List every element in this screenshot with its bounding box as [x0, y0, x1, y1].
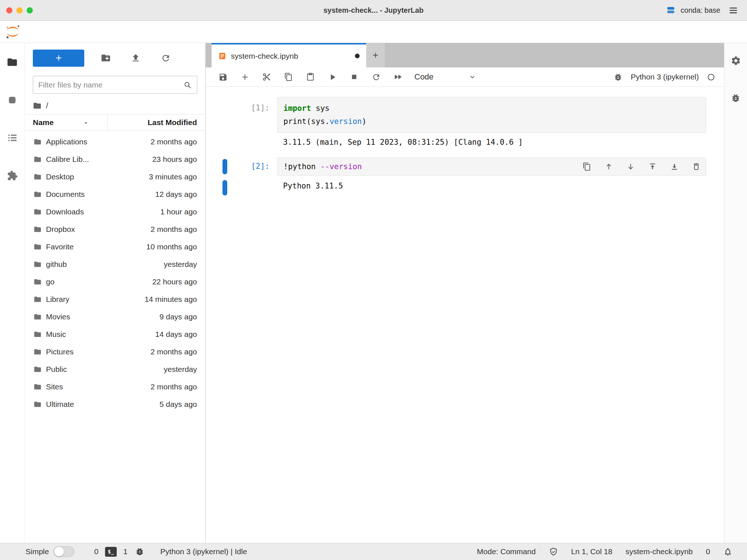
file-name: Music	[46, 330, 66, 339]
folder-icon	[34, 155, 42, 163]
file-row[interactable]: Sites 2 months ago	[25, 378, 205, 396]
restart-kernel-button[interactable]	[368, 69, 384, 85]
terminal-icon[interactable]: $_	[105, 547, 117, 557]
kernel-name[interactable]: Python 3 (ipykernel)	[631, 73, 699, 81]
refresh-filebrowser-button[interactable]	[157, 50, 174, 66]
file-row[interactable]: Documents 12 days ago	[25, 186, 205, 203]
cell-output: Python 3.11.5	[277, 176, 706, 195]
file-row[interactable]: Favorite 10 months ago	[25, 238, 205, 256]
file-name: Applications	[46, 137, 87, 146]
sort-ascending-icon	[83, 120, 89, 125]
running-kernels-icon	[7, 95, 18, 105]
file-row[interactable]: Dropbox 2 months ago	[25, 221, 205, 238]
folder-icon	[34, 225, 42, 233]
main-dock-panel: system-check.ipynb Code Python 3 (ipyker…	[206, 43, 724, 543]
insert-cell-below-icon[interactable]	[670, 162, 679, 171]
file-name: Library	[46, 295, 69, 304]
file-row[interactable]: go 22 hours ago	[25, 273, 205, 291]
file-modified: yesterday	[164, 260, 205, 269]
move-cell-down-icon[interactable]	[626, 162, 635, 171]
simple-mode-label: Simple	[26, 547, 49, 556]
tab-system-check-ipynb[interactable]: system-check.ipynb	[212, 43, 366, 67]
jupyter-logo	[5, 24, 20, 39]
folder-icon	[34, 173, 42, 181]
file-row[interactable]: Music 14 days ago	[25, 326, 205, 343]
output-collapser[interactable]	[222, 180, 227, 195]
file-row[interactable]: Library 14 minutes ago	[25, 291, 205, 308]
close-window-button[interactable]	[6, 7, 12, 13]
file-browser-panel: / Name Last Modified Applications 2 mont…	[25, 43, 206, 543]
cell-editor[interactable]: import sys print(sys.version)	[277, 97, 706, 133]
filter-files-box	[33, 76, 197, 94]
property-inspector-gear-icon[interactable]	[731, 55, 741, 66]
menu-hamburger-icon[interactable]	[728, 5, 738, 15]
cell-type-dropdown[interactable]: Code	[414, 72, 476, 82]
statusbar-filename: system-check.ipynb	[626, 547, 693, 556]
upload-icon	[131, 53, 141, 63]
insert-cell-above-icon[interactable]	[648, 162, 657, 171]
home-folder-icon[interactable]	[33, 101, 42, 110]
sidebar-tab-filebrowser[interactable]	[0, 43, 25, 81]
file-row[interactable]: Calibre Lib... 23 hours ago	[25, 151, 205, 168]
sidebar-tab-toc[interactable]	[0, 119, 25, 157]
file-row[interactable]: Pictures 2 months ago	[25, 343, 205, 361]
paste-cells-button[interactable]	[302, 69, 319, 85]
cursor-position[interactable]: Ln 1, Col 18	[571, 547, 612, 556]
bell-icon[interactable]	[723, 547, 732, 556]
debugger-icon[interactable]	[614, 73, 623, 82]
insert-cell-button[interactable]	[236, 69, 253, 85]
save-button[interactable]	[214, 69, 231, 85]
file-row[interactable]: github yesterday	[25, 256, 205, 273]
restart-run-all-button[interactable]	[390, 69, 406, 85]
file-row[interactable]: Applications 2 months ago	[25, 133, 205, 151]
breadcrumb-root[interactable]: /	[46, 101, 48, 110]
column-header-modified[interactable]: Last Modified	[108, 118, 205, 127]
sidebar-tab-running[interactable]	[0, 81, 25, 119]
new-tab-button[interactable]	[366, 43, 385, 67]
column-header-name[interactable]: Name	[25, 114, 108, 131]
file-name: Pictures	[46, 347, 74, 356]
simple-mode-toggle[interactable]	[53, 546, 74, 557]
new-launcher-button[interactable]	[33, 50, 84, 67]
cell-collapser[interactable]	[222, 98, 227, 114]
cell-editor[interactable]: !python --version	[277, 158, 706, 176]
minimize-window-button[interactable]	[16, 7, 23, 13]
tab-bar: system-check.ipynb	[206, 43, 724, 67]
file-row[interactable]: Desktop 3 minutes ago	[25, 168, 205, 186]
kernel-status-text[interactable]: Python 3 (ipykernel) | Idle	[160, 547, 247, 556]
breadcrumb: /	[25, 97, 205, 114]
unsaved-changes-dot[interactable]	[355, 54, 360, 58]
delete-cell-icon[interactable]	[692, 162, 701, 171]
notebook-file-icon	[218, 52, 227, 60]
filter-files-input[interactable]	[38, 81, 183, 89]
run-cell-button[interactable]	[324, 69, 341, 85]
kernel-status-icon[interactable]	[707, 73, 715, 81]
new-folder-button[interactable]	[97, 50, 114, 66]
debugger-bug-icon[interactable]	[731, 93, 741, 103]
search-icon	[183, 81, 192, 89]
file-modified: 22 hours ago	[152, 277, 205, 286]
refresh-icon	[161, 53, 171, 63]
folder-icon	[34, 400, 42, 408]
copy-cells-button[interactable]	[280, 69, 297, 85]
kernel-sessions-bug-icon[interactable]	[135, 547, 144, 556]
folder-icon	[34, 313, 42, 321]
input-prompt: [1]:	[227, 97, 277, 114]
file-name: Movies	[46, 312, 70, 321]
zoom-window-button[interactable]	[27, 7, 33, 13]
file-row[interactable]: Downloads 1 hour ago	[25, 203, 205, 221]
file-row[interactable]: Public yesterday	[25, 361, 205, 378]
cut-cells-button[interactable]	[258, 69, 275, 85]
file-row[interactable]: Ultimate 5 days ago	[25, 396, 205, 413]
sidebar-tab-extensions[interactable]	[0, 157, 25, 195]
upload-files-button[interactable]	[127, 50, 144, 66]
duplicate-cell-icon[interactable]	[582, 162, 591, 171]
interrupt-kernel-button[interactable]	[346, 69, 363, 85]
file-row[interactable]: Movies 9 days ago	[25, 308, 205, 326]
file-modified: 10 months ago	[146, 242, 205, 251]
folder-icon	[34, 138, 42, 146]
cell-collapser[interactable]	[222, 159, 227, 174]
command-mode-indicator[interactable]: Mode: Command	[477, 547, 536, 556]
move-cell-up-icon[interactable]	[604, 162, 613, 171]
trust-shield-icon[interactable]	[549, 547, 558, 556]
